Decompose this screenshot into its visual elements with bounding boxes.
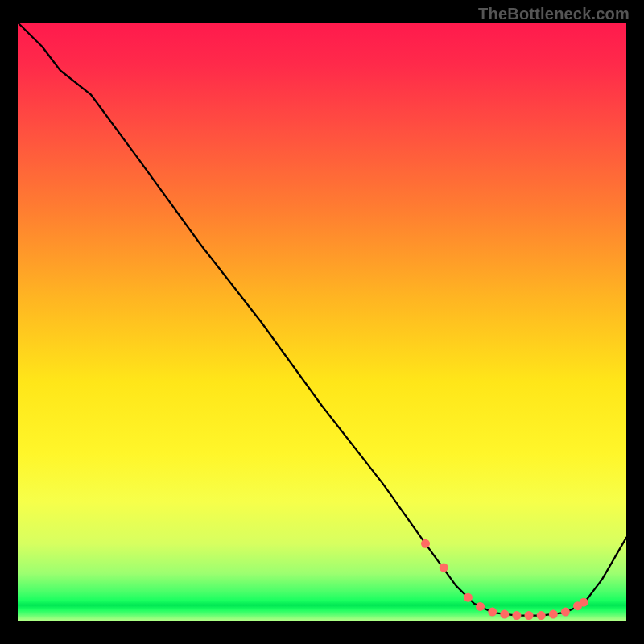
marker-dot	[512, 611, 521, 620]
marker-dot	[488, 608, 497, 617]
marker-dot	[537, 611, 546, 620]
marker-dot	[525, 611, 534, 620]
marker-group	[421, 539, 588, 620]
chart-svg	[18, 23, 626, 621]
marker-dot	[440, 564, 448, 572]
chart-plot-area	[18, 23, 626, 621]
marker-dot	[421, 539, 430, 548]
line-series-curve	[18, 23, 626, 616]
marker-dot	[476, 602, 485, 611]
watermark-text: TheBottleneck.com	[478, 5, 630, 23]
marker-dot	[580, 598, 588, 607]
marker-dot	[464, 593, 473, 602]
marker-dot	[549, 610, 558, 619]
marker-dot	[500, 610, 509, 619]
marker-dot	[561, 608, 570, 617]
